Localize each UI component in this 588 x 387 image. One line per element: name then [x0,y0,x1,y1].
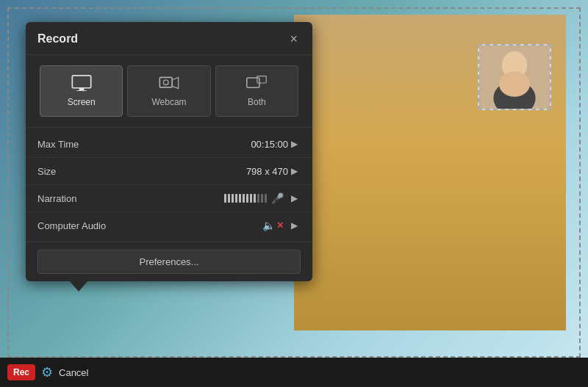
both-icon [246,75,267,91]
speaker-icon: 🔈 [262,220,275,231]
size-label: Size [37,166,118,177]
rec-button[interactable]: Rec [7,364,35,380]
svg-rect-11 [257,76,266,83]
max-time-value: 00:15:00 [118,139,288,150]
vol-tick-3 [232,194,234,203]
vol-tick-4 [235,194,237,203]
screen-label: Screen [68,97,96,107]
svg-rect-4 [72,76,90,88]
computer-audio-controls: 🔈 ✕ ▶ [118,219,301,232]
webcam-person [479,46,550,109]
source-screen-button[interactable]: Screen [40,65,123,117]
computer-audio-row: Computer Audio 🔈 ✕ ▶ [26,212,312,239]
narration-row: Narration 🎤 ▶ [26,185,312,212]
svg-rect-7 [159,77,172,87]
vol-tick-11 [261,194,263,203]
max-time-arrow[interactable]: ▶ [288,137,301,151]
microphone-icon: 🎤 [271,192,284,204]
computer-audio-label: Computer Audio [37,220,118,231]
narration-label: Narration [37,193,118,204]
svg-marker-8 [172,77,178,88]
vol-tick-9 [254,194,256,203]
bottom-toolbar: Rec ⚙ Cancel [0,358,588,387]
max-time-row: Max Time 00:15:00 ▶ [26,131,312,158]
computer-audio-arrow[interactable]: ▶ [288,219,301,232]
max-time-label: Max Time [37,139,118,150]
gear-icon[interactable]: ⚙ [41,364,53,380]
vol-tick-10 [257,194,259,203]
size-row: Size 798 x 470 ▶ [26,158,312,185]
svg-point-3 [499,71,530,96]
cancel-button[interactable]: Cancel [59,367,88,378]
vol-tick-1 [224,194,226,203]
narration-volume-bar [224,194,267,203]
vol-tick-12 [265,194,267,203]
vol-tick-2 [228,194,230,203]
screen-icon [71,75,92,91]
vol-tick-6 [243,194,245,203]
size-arrow[interactable]: ▶ [288,164,301,178]
dialog-header: Record × [26,22,312,55]
svg-rect-6 [76,90,87,91]
close-button[interactable]: × [287,31,301,47]
svg-rect-5 [79,88,84,90]
vol-tick-5 [239,194,241,203]
record-dialog: Record × Screen Web [26,22,312,281]
vol-tick-8 [250,194,252,203]
dialog-tail [70,281,87,292]
preferences-button[interactable]: Preferences... [37,250,301,274]
source-both-button[interactable]: Both [215,65,298,117]
source-webcam-button[interactable]: Webcam [127,65,210,117]
mute-icon: ✕ [276,220,284,231]
dialog-title: Record [37,32,78,46]
webcam-preview [478,44,551,110]
narration-controls: 🎤 ▶ [118,192,301,205]
preferences-row: Preferences... [26,242,312,281]
size-value: 798 x 470 [118,166,288,177]
webcam-label: Webcam [151,97,186,107]
source-buttons: Screen Webcam Both [26,55,312,128]
narration-arrow[interactable]: ▶ [288,192,301,205]
webcam-icon [159,75,179,91]
settings-rows: Max Time 00:15:00 ▶ Size 798 x 470 ▶ Nar… [26,128,312,242]
svg-point-9 [163,80,168,85]
vol-tick-7 [246,194,248,203]
both-label: Both [248,97,266,107]
